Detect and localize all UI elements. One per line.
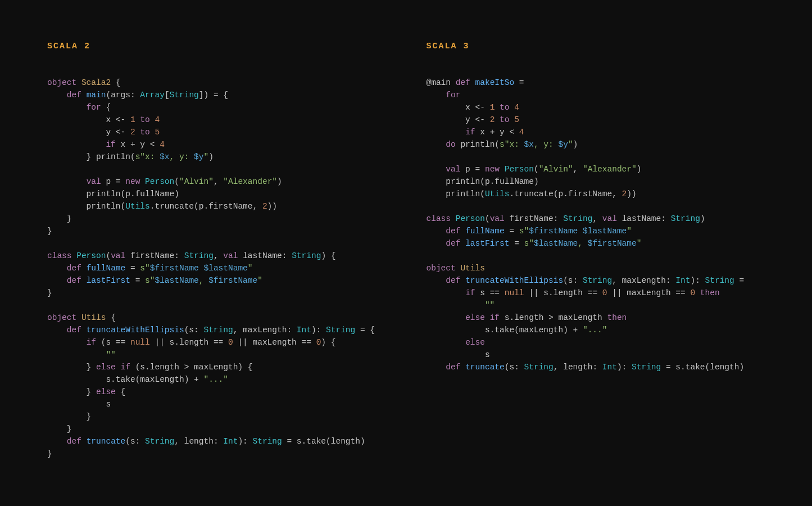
code-token bbox=[140, 177, 145, 186]
code-token: s bbox=[427, 350, 490, 359]
code-token: } bbox=[47, 227, 52, 236]
code-token: 2 bbox=[130, 128, 135, 137]
code-token: lastName bbox=[243, 251, 282, 260]
code-token: ) bbox=[573, 140, 578, 149]
code-token: class bbox=[47, 251, 72, 260]
scala2-column: SCALA 2 object Scala2 { def main(args: A… bbox=[47, 40, 386, 466]
code-token bbox=[451, 214, 456, 223]
code-token: = bbox=[125, 264, 140, 273]
code-token: ]) = { bbox=[199, 91, 228, 100]
code-token: s bbox=[189, 326, 194, 335]
code-token bbox=[47, 264, 67, 273]
code-token: s" bbox=[145, 276, 155, 285]
code-token: object bbox=[47, 78, 76, 87]
code-token: String bbox=[145, 437, 174, 446]
code-token: "Alvin" bbox=[539, 165, 573, 174]
code-token: def bbox=[67, 276, 81, 285]
code-token: } println( bbox=[47, 152, 135, 161]
scala3-code-block: @main def makeItSo = for x <- 1 to 4 y <… bbox=[427, 76, 765, 373]
code-token bbox=[427, 276, 446, 285]
code-token: $lastName bbox=[583, 227, 627, 236]
code-token: "Alvin" bbox=[179, 177, 214, 186]
code-token: " bbox=[257, 276, 262, 285]
code-token: = bbox=[514, 78, 524, 87]
code-token: " bbox=[568, 140, 573, 149]
code-token: val bbox=[111, 251, 125, 260]
code-token: ( bbox=[485, 214, 490, 223]
code-token bbox=[427, 140, 446, 149]
code-token bbox=[76, 78, 81, 87]
code-token: : bbox=[592, 363, 602, 372]
code-token bbox=[500, 165, 505, 174]
code-token: String bbox=[563, 214, 592, 223]
code-token: for bbox=[446, 91, 460, 100]
code-token: , bbox=[233, 326, 243, 335]
code-token: truncate bbox=[465, 363, 505, 372]
code-token bbox=[47, 177, 87, 186]
code-token: println( bbox=[427, 189, 485, 198]
code-token: : bbox=[174, 251, 184, 260]
code-token: s.take(maxLength) + bbox=[427, 326, 583, 335]
code-token: args bbox=[111, 91, 130, 100]
code-token: x <- bbox=[427, 103, 490, 112]
code-token: def bbox=[67, 326, 81, 335]
code-token: object bbox=[427, 264, 456, 273]
code-token: } bbox=[47, 288, 52, 297]
code-token: ): bbox=[238, 437, 252, 446]
code-token: String bbox=[671, 214, 700, 223]
code-token: $y bbox=[194, 152, 203, 161]
scala2-code-block: object Scala2 { def main(args: Array[Str… bbox=[47, 76, 386, 460]
code-token bbox=[617, 214, 622, 223]
code-token: maxLength bbox=[622, 276, 666, 285]
code-token: val bbox=[490, 214, 505, 223]
code-token: p = bbox=[101, 177, 126, 186]
code-token: ): bbox=[311, 326, 326, 335]
code-token: def bbox=[456, 78, 470, 87]
code-token bbox=[495, 103, 500, 112]
code-token: ( bbox=[125, 437, 130, 446]
scala2-heading: SCALA 2 bbox=[47, 40, 386, 53]
code-token: 4 bbox=[519, 128, 524, 137]
code-token: $lastName bbox=[534, 239, 578, 248]
code-token: || s.length == bbox=[150, 338, 228, 347]
code-token: s"x: bbox=[500, 140, 524, 149]
code-token: "Alexander" bbox=[583, 165, 637, 174]
code-token: , bbox=[214, 251, 223, 260]
code-token: then bbox=[700, 288, 720, 297]
code-token: val bbox=[446, 165, 460, 174]
code-token bbox=[427, 239, 446, 248]
code-token: val bbox=[602, 214, 617, 223]
code-token bbox=[47, 338, 87, 347]
code-token: 0 bbox=[602, 288, 607, 297]
code-token bbox=[47, 437, 67, 446]
code-token: ( bbox=[174, 177, 179, 186]
code-token: firstName bbox=[130, 251, 174, 260]
code-token bbox=[470, 78, 475, 87]
code-token: : bbox=[282, 251, 292, 260]
scala3-heading: SCALA 3 bbox=[427, 40, 765, 53]
code-token: 2 bbox=[622, 189, 627, 198]
code-token: : bbox=[554, 214, 563, 223]
code-token bbox=[81, 276, 87, 285]
code-token: 2 bbox=[262, 202, 267, 211]
code-token: ) { bbox=[321, 338, 335, 347]
code-token: = bbox=[734, 276, 744, 285]
code-token: x + y < bbox=[116, 140, 160, 149]
code-token: lastFirst bbox=[465, 239, 509, 248]
code-token: x <- bbox=[47, 115, 130, 124]
code-token bbox=[460, 227, 465, 236]
code-token: if bbox=[465, 288, 475, 297]
code-token: new bbox=[125, 177, 140, 186]
code-token: object bbox=[47, 313, 76, 322]
code-token: s bbox=[568, 276, 573, 285]
code-token: then bbox=[607, 313, 627, 322]
code-token: String bbox=[705, 276, 734, 285]
code-token: 0 bbox=[228, 338, 233, 347]
code-token: length bbox=[563, 363, 592, 372]
code-token: || s.length == bbox=[524, 288, 602, 297]
code-token: String bbox=[583, 276, 612, 285]
code-token: if bbox=[465, 128, 475, 137]
code-token: def bbox=[67, 91, 81, 100]
code-token: println(p.fullName) bbox=[427, 177, 539, 186]
code-token: for bbox=[87, 103, 101, 112]
